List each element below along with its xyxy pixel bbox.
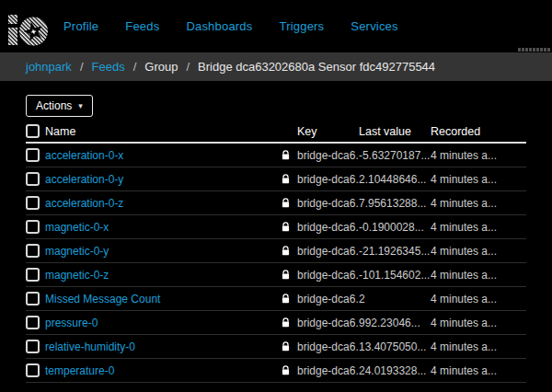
feed-key: bridge-dca6... xyxy=(297,340,359,353)
main-nav: Profile Feeds Dashboards Triggers Servic… xyxy=(63,19,425,33)
row-checkbox[interactable] xyxy=(26,244,40,258)
dotted-decoration xyxy=(518,48,550,52)
nav-item-triggers[interactable]: Triggers xyxy=(280,19,325,33)
feed-name-link[interactable]: relative-humidity-0 xyxy=(45,340,135,353)
feed-last-value: 2 xyxy=(359,293,431,306)
lock-icon xyxy=(282,317,290,328)
feed-name-link[interactable]: acceleration-0-x xyxy=(45,149,123,162)
feed-recorded: 4 minutes a... xyxy=(431,149,526,162)
breadcrumb: johnpark / Feeds / Group / Bridge dca632… xyxy=(0,52,552,81)
column-header-name[interactable]: Name xyxy=(45,125,282,138)
feed-key: bridge-dca6... xyxy=(297,269,359,282)
feed-name-link[interactable]: magnetic-0-z xyxy=(45,269,109,282)
lock-icon xyxy=(282,174,290,184)
select-all-checkbox[interactable] xyxy=(26,124,40,138)
lock-icon xyxy=(282,222,290,232)
column-header-recorded[interactable]: Recorded xyxy=(431,125,526,138)
feed-recorded: 4 minutes a... xyxy=(431,197,526,210)
table-row: Missed Message Count bridge-dca6... 2 4 … xyxy=(26,287,526,311)
feed-name-link[interactable]: acceleration-0-y xyxy=(45,173,123,186)
feed-key: bridge-dca6... xyxy=(297,149,359,162)
feed-key: bridge-dca6... xyxy=(297,317,359,329)
row-checkbox[interactable] xyxy=(26,148,40,162)
feed-last-value: 13.4075050... xyxy=(359,340,431,353)
actions-button-label: Actions xyxy=(36,99,72,112)
lock-icon xyxy=(282,150,290,160)
feed-key: bridge-dca6... xyxy=(297,364,359,377)
adafruit-io-page: Profile Feeds Dashboards Triggers Servic… xyxy=(0,0,552,392)
nav-item-profile[interactable]: Profile xyxy=(63,19,98,33)
table-row: magnetic-0-x bridge-dca6... -0.1900028..… xyxy=(26,215,526,239)
table-row: magnetic-0-y bridge-dca6... -21.1926345.… xyxy=(26,239,526,263)
row-checkbox[interactable] xyxy=(26,196,40,210)
feed-last-value: 992.23046... xyxy=(359,317,431,329)
table-row: magnetic-0-z bridge-dca6... -101.154602.… xyxy=(26,263,526,287)
breadcrumb-current-group: Bridge dca63202680a Sensor fdc492775544 xyxy=(198,60,435,74)
feed-key: bridge-dca6... xyxy=(297,293,359,306)
feed-name-link[interactable]: Missed Message Count xyxy=(45,293,160,306)
nav-item-feeds[interactable]: Feeds xyxy=(125,19,159,33)
table-row: relative-humidity-0 bridge-dca6... 13.40… xyxy=(26,335,526,359)
lock-icon xyxy=(282,294,290,304)
column-header-last-value[interactable]: Last value xyxy=(359,125,431,138)
feed-recorded: 4 minutes a... xyxy=(431,173,526,186)
feed-name-link[interactable]: acceleration-0-z xyxy=(45,197,123,210)
nav-item-services[interactable]: Services xyxy=(351,19,397,33)
table-header-row: Name Key Last value Recorded xyxy=(26,121,526,144)
feed-recorded: 4 minutes a... xyxy=(431,340,526,353)
row-checkbox[interactable] xyxy=(26,220,40,234)
feed-last-value: 2.10448646... xyxy=(359,173,431,186)
lock-icon xyxy=(282,341,290,352)
feed-last-value: 24.0193328... xyxy=(359,364,431,377)
row-checkbox[interactable] xyxy=(26,340,40,353)
feed-recorded: 4 minutes a... xyxy=(431,269,526,282)
breadcrumb-username[interactable]: johnpark xyxy=(26,60,72,74)
feed-last-value: 7.95613288... xyxy=(359,197,431,210)
feed-recorded: 4 minutes a... xyxy=(431,293,526,306)
feeds-content: Actions ▾ Name Key Last value Recorded a… xyxy=(0,81,552,383)
feed-recorded: 4 minutes a... xyxy=(431,245,526,258)
feed-last-value: -21.1926345... xyxy=(359,245,431,258)
lock-icon xyxy=(282,365,290,375)
adafruit-io-logo[interactable] xyxy=(7,8,50,47)
feed-key: bridge-dca6... xyxy=(297,245,359,258)
top-navbar: Profile Feeds Dashboards Triggers Servic… xyxy=(0,0,552,52)
row-checkbox[interactable] xyxy=(26,316,40,329)
table-row: acceleration-0-z bridge-dca6... 7.956132… xyxy=(26,191,526,215)
breadcrumb-group: Group xyxy=(144,60,178,74)
table-row: acceleration-0-y bridge-dca6... 2.104486… xyxy=(26,167,526,191)
breadcrumb-separator: / xyxy=(80,60,84,74)
table-row: temperature-0 bridge-dca6... 24.0193328.… xyxy=(26,359,526,383)
feed-name-link[interactable]: temperature-0 xyxy=(45,364,114,377)
row-checkbox[interactable] xyxy=(26,363,40,377)
table-row: pressure-0 bridge-dca6... 992.23046... 4… xyxy=(26,311,526,335)
actions-button[interactable]: Actions ▾ xyxy=(26,95,93,117)
lock-icon xyxy=(282,270,290,280)
feed-name-link[interactable]: magnetic-0-x xyxy=(45,221,109,234)
breadcrumb-separator: / xyxy=(133,60,137,74)
row-checkbox[interactable] xyxy=(26,268,40,282)
feed-name-link[interactable]: magnetic-0-y xyxy=(45,245,109,258)
feed-key: bridge-dca6... xyxy=(297,173,359,186)
row-checkbox[interactable] xyxy=(26,292,40,306)
breadcrumb-feeds[interactable]: Feeds xyxy=(92,60,125,74)
chevron-down-icon: ▾ xyxy=(78,102,83,110)
feed-recorded: 4 minutes a... xyxy=(431,364,526,377)
feed-last-value: -101.154602... xyxy=(359,269,431,282)
nav-item-dashboards[interactable]: Dashboards xyxy=(186,19,252,33)
breadcrumb-separator: / xyxy=(186,60,190,74)
feed-key: bridge-dca6... xyxy=(297,197,359,210)
feed-recorded: 4 minutes a... xyxy=(431,317,526,329)
feed-name-link[interactable]: pressure-0 xyxy=(45,317,98,329)
lock-icon xyxy=(282,246,290,256)
feed-key: bridge-dca6... xyxy=(297,221,359,234)
feed-last-value: -5.63270187... xyxy=(359,149,431,162)
column-header-key[interactable]: Key xyxy=(297,125,359,138)
lock-icon xyxy=(282,198,290,208)
table-row: acceleration-0-x bridge-dca6... -5.63270… xyxy=(26,144,526,167)
feed-recorded: 4 minutes a... xyxy=(431,221,526,234)
table-body: acceleration-0-x bridge-dca6... -5.63270… xyxy=(26,144,526,383)
feed-last-value: -0.1900028... xyxy=(359,221,431,234)
row-checkbox[interactable] xyxy=(26,172,40,186)
feeds-table: Name Key Last value Recorded acceleratio… xyxy=(26,121,526,383)
